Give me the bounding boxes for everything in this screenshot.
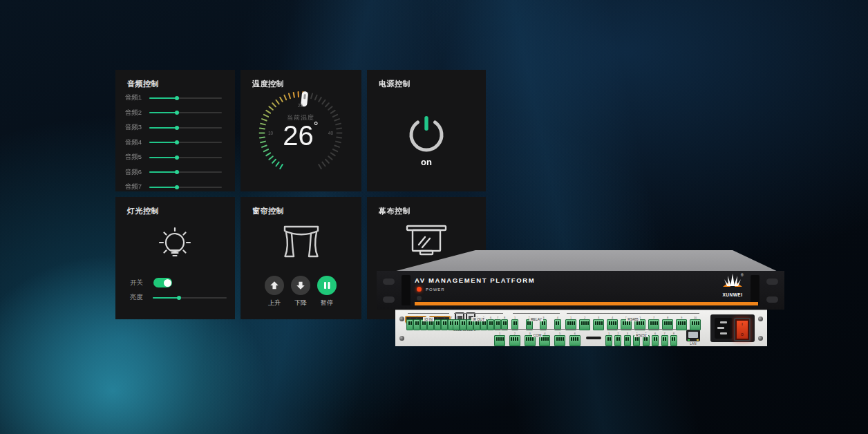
- desktop-background: 音频控制 音频1 音频2 音频3 音频4 音频5 音频6 音频7 温度控制 当前…: [0, 0, 868, 434]
- curtain-down-button[interactable]: [291, 276, 310, 295]
- panel-light-control: 灯光控制 开关 亮度: [115, 197, 235, 319]
- terminal-group-label: RS232: [634, 333, 648, 337]
- audio-slider[interactable]: [149, 157, 222, 158]
- gauge-tick: [325, 102, 330, 107]
- gauge-tick: [288, 93, 291, 99]
- panel-curtain-control: 窗帘控制 上升 下降 暂停: [240, 197, 361, 319]
- gauge-tick: [275, 99, 280, 104]
- panel-power-control: 电源控制 on: [367, 70, 486, 191]
- brightness-slider[interactable]: [153, 297, 227, 299]
- curtain-up-label: 上升: [265, 299, 284, 308]
- gauge-tick: [330, 151, 336, 156]
- power-icon[interactable]: [404, 111, 449, 158]
- screen-panel-title: 幕布控制: [379, 206, 411, 216]
- gauge-tick: [272, 102, 277, 107]
- light-brightness-row: 亮度: [130, 293, 227, 302]
- curtain-up-button[interactable]: [265, 276, 284, 295]
- audio-slider-row: 音频5: [115, 150, 235, 165]
- slider-handle[interactable]: [175, 155, 179, 160]
- audio-slider[interactable]: [149, 142, 222, 143]
- gauge-tick: [297, 91, 299, 97]
- power-led: [417, 287, 422, 292]
- light-switch-toggle[interactable]: [153, 278, 172, 287]
- lan-port: [686, 330, 700, 341]
- audio-channel-label: 音频3: [115, 123, 142, 132]
- gauge-tick: [321, 99, 326, 104]
- terminal-group-rs232: RS23212345678: [605, 329, 677, 346]
- gauge-tick: [279, 96, 283, 102]
- audio-slider-row: 音频2: [115, 106, 235, 121]
- power-rocker-switch[interactable]: I O: [734, 318, 751, 341]
- gauge-tick: [325, 158, 330, 164]
- gauge-tick: [272, 158, 277, 164]
- gauge-tick: [328, 155, 333, 160]
- gauge-tick: [328, 105, 333, 110]
- slider-handle[interactable]: [177, 296, 181, 300]
- light-bulb-icon: [155, 226, 194, 267]
- audio-channel-label: 音频6: [115, 168, 142, 177]
- audio-slider[interactable]: [149, 97, 222, 99]
- screw: [758, 317, 763, 321]
- curtain-panel-title: 窗帘控制: [252, 206, 284, 216]
- audio-slider[interactable]: [149, 127, 222, 129]
- pause-icon: [322, 281, 332, 290]
- rack-ear-hole: [383, 296, 395, 303]
- terminal-group-label: RS485: [626, 317, 639, 321]
- gauge-tick: [283, 94, 287, 100]
- curtain-pause-button[interactable]: [317, 276, 337, 295]
- power-state-text: on: [367, 157, 486, 167]
- audio-slider-row: 音频6: [115, 165, 235, 180]
- gauge-tick: [310, 93, 313, 99]
- rack-ear-hole: [766, 279, 778, 285]
- audio-slider-list: 音频1 音频2 音频3 音频4 音频5 音频6 音频7: [115, 91, 235, 195]
- degree-symbol: °: [314, 120, 319, 133]
- gauge-tick: [318, 96, 322, 102]
- audio-channel-label: 音频7: [115, 182, 142, 191]
- toggle-knob[interactable]: [164, 279, 171, 287]
- terminal-group-label: IR OUT: [471, 317, 486, 321]
- audio-channel-label: 音频4: [115, 138, 142, 147]
- gauge-tick: [265, 151, 272, 156]
- gauge-tick: [279, 163, 283, 169]
- audio-channel-label: 音频2: [115, 108, 142, 117]
- power-module: I O: [710, 314, 755, 342]
- gauge-scale-max: 40: [328, 131, 333, 135]
- audio-channel-label: 音频1: [115, 93, 142, 102]
- audio-slider[interactable]: [149, 171, 222, 173]
- panel-temperature-control: 温度控制 当前温度 26° 10 25 40: [240, 70, 361, 191]
- screw: [399, 317, 404, 321]
- control-panel-grid: 音频控制 音频1 音频2 音频3 音频4 音频5 音频6 音频7 温度控制 当前…: [0, 0, 868, 434]
- screw: [758, 336, 763, 341]
- switch-label: 开关: [130, 279, 148, 287]
- gauge-tick: [318, 163, 322, 169]
- gauge-tick: [268, 105, 274, 110]
- light-switch-row: 开关: [130, 278, 227, 287]
- av-device: AV MANAGEMENT PLATFORM POWER ® XUNWEI: [373, 242, 788, 346]
- bezel-vent-slot: [751, 275, 760, 305]
- audio-panel-title: 音频控制: [127, 79, 159, 89]
- slider-handle[interactable]: [175, 170, 179, 174]
- power-led-label: POWER: [426, 287, 445, 292]
- slider-handle[interactable]: [175, 185, 179, 189]
- lan-led-amber: [697, 339, 699, 341]
- audio-slider[interactable]: [149, 187, 222, 188]
- audio-slider[interactable]: [149, 112, 222, 113]
- lan-led-green: [688, 339, 690, 341]
- brand-logo: ® XUNWEI: [717, 273, 748, 297]
- curtain-pause-label: 暂停: [317, 299, 337, 308]
- arrow-down-icon: [294, 279, 307, 292]
- audio-slider-row: 音频7: [115, 180, 235, 195]
- terminal-group-com: COM123456: [494, 329, 581, 346]
- front-panel-button[interactable]: [417, 296, 422, 301]
- slider-handle[interactable]: [175, 111, 179, 115]
- slider-handle[interactable]: [175, 96, 179, 100]
- slider-handle[interactable]: [175, 126, 179, 130]
- slider-handle[interactable]: [175, 140, 179, 144]
- panel-audio-control: 音频控制 音频1 音频2 音频3 音频4 音频5 音频6 音频7: [115, 70, 235, 191]
- audio-slider-row: 音频4: [115, 135, 235, 151]
- temperature-value: 26°: [249, 120, 352, 151]
- gauge-tick: [321, 161, 326, 167]
- curtain-down-label: 下降: [291, 299, 310, 308]
- terminal-group-io-in: IO IN12345678: [406, 313, 451, 330]
- terminal-group-label: COM: [532, 333, 543, 337]
